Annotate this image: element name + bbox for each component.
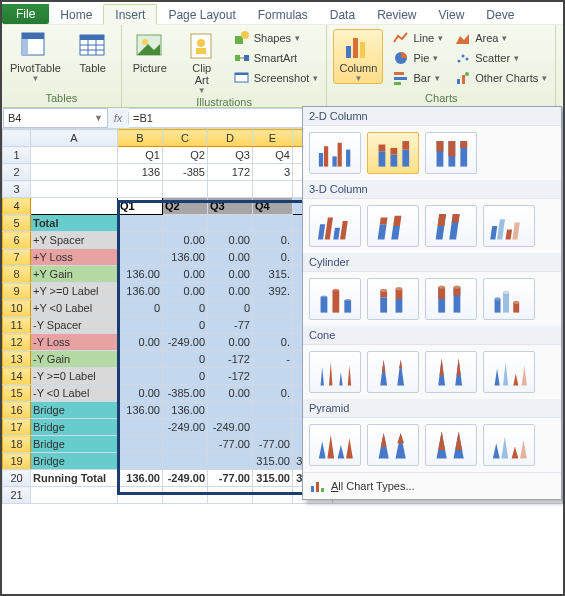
svg-rect-128 (311, 486, 314, 492)
row-header-10[interactable]: 10 (3, 300, 31, 317)
tab-insert[interactable]: Insert (103, 4, 157, 25)
row-header-11[interactable]: 11 (3, 317, 31, 334)
row-header-20[interactable]: 20 (3, 470, 31, 487)
row-header-3[interactable]: 3 (3, 181, 31, 198)
svg-marker-110 (513, 374, 518, 386)
name-box[interactable]: B4▼ (3, 108, 108, 128)
picture-button[interactable]: Picture (128, 29, 172, 75)
column-chart-icon (342, 30, 374, 62)
svg-marker-103 (399, 360, 402, 369)
svg-marker-114 (338, 445, 345, 459)
row-header-8[interactable]: 8 (3, 266, 31, 283)
row-header-13[interactable]: 13 (3, 351, 31, 368)
chart-2d-stacked[interactable] (367, 132, 419, 174)
fx-icon[interactable]: fx (108, 112, 129, 124)
tab-deve[interactable]: Deve (475, 5, 525, 24)
shapes-button[interactable]: Shapes (232, 29, 321, 47)
svg-rect-16 (235, 55, 240, 61)
all-chart-types-button[interactable]: All Chart Types... (303, 472, 561, 499)
row-header-19[interactable]: 19 (3, 453, 31, 470)
pivottable-button[interactable]: PivotTable ▼ (8, 29, 63, 84)
table-button[interactable]: Table (71, 29, 115, 75)
screenshot-button[interactable]: Screenshot (232, 69, 321, 87)
svg-marker-123 (455, 431, 462, 450)
chart-2d-100stacked[interactable] (425, 132, 477, 174)
chart-pyr-clustered[interactable] (309, 424, 361, 466)
tab-file[interactable]: File (2, 4, 49, 24)
clipart-button[interactable]: ClipArt ▼ (180, 29, 224, 96)
col-header-A[interactable]: A (31, 130, 118, 147)
col-header-E[interactable]: E (253, 130, 293, 147)
svg-marker-119 (397, 433, 404, 443)
svg-rect-81 (396, 299, 403, 313)
column-chart-button[interactable]: Column ▼ (333, 29, 383, 84)
svg-rect-58 (333, 228, 340, 240)
pie-chart-button[interactable]: Pie (391, 49, 445, 67)
chart-cyl-100stacked[interactable] (425, 278, 477, 320)
svg-rect-69 (497, 219, 505, 239)
chart-3d-stacked[interactable] (367, 205, 419, 247)
chart-cone-clustered[interactable] (309, 351, 361, 393)
row-header-4[interactable]: 4 (3, 198, 31, 215)
row-header-7[interactable]: 7 (3, 249, 31, 266)
tab-home[interactable]: Home (49, 5, 103, 24)
row-header-12[interactable]: 12 (3, 334, 31, 351)
gallery-section-cone: Cone (303, 326, 561, 345)
svg-rect-22 (360, 42, 365, 58)
chart-2d-clustered[interactable] (309, 132, 361, 174)
chart-cone-stacked[interactable] (367, 351, 419, 393)
col-header-B[interactable]: B (118, 130, 163, 147)
col-header-C[interactable]: C (163, 130, 208, 147)
bar-chart-button[interactable]: Bar (391, 69, 445, 87)
svg-marker-121 (438, 431, 445, 450)
chart-cone-3d[interactable] (483, 351, 535, 393)
area-chart-button[interactable]: Area (453, 29, 549, 47)
svg-rect-57 (325, 218, 333, 240)
tab-view[interactable]: View (428, 5, 476, 24)
svg-point-86 (438, 285, 445, 288)
row-header-16[interactable]: 16 (3, 402, 31, 419)
tab-review[interactable]: Review (366, 5, 427, 24)
picture-label: Picture (133, 62, 167, 74)
row-header-6[interactable]: 6 (3, 232, 31, 249)
row-header-14[interactable]: 14 (3, 368, 31, 385)
group-tables: PivotTable ▼ Table Tables (2, 25, 122, 107)
chart-cone-100stacked[interactable] (425, 351, 477, 393)
svg-rect-44 (379, 151, 386, 166)
chart-3d-clustered[interactable] (309, 205, 361, 247)
chart-cyl-3d[interactable] (483, 278, 535, 320)
table-label: Table (80, 62, 106, 74)
row-header-21[interactable]: 21 (3, 487, 31, 504)
row-header-2[interactable]: 2 (3, 164, 31, 181)
other-charts-button[interactable]: Other Charts (453, 69, 549, 87)
smartart-button[interactable]: SmartArt (232, 49, 321, 67)
svg-point-29 (466, 58, 469, 61)
row-header-17[interactable]: 17 (3, 419, 31, 436)
ribbon-tabs: File Home Insert Page Layout Formulas Da… (2, 2, 563, 25)
tab-page-layout[interactable]: Page Layout (157, 5, 246, 24)
group-charts-label: Charts (333, 92, 549, 106)
col-header-D[interactable]: D (208, 130, 253, 147)
chart-pyr-stacked[interactable] (367, 424, 419, 466)
svg-point-32 (465, 72, 469, 76)
tab-formulas[interactable]: Formulas (247, 5, 319, 24)
svg-rect-48 (402, 150, 409, 167)
row-header-9[interactable]: 9 (3, 283, 31, 300)
svg-rect-60 (378, 224, 387, 239)
row-header-1[interactable]: 1 (3, 147, 31, 164)
scatter-chart-button[interactable]: Scatter (453, 49, 549, 67)
chart-3d-column[interactable] (483, 205, 535, 247)
chart-3d-100stacked[interactable] (425, 205, 477, 247)
chart-pyr-3d[interactable] (483, 424, 535, 466)
line-chart-button[interactable]: Line (391, 29, 445, 47)
select-all-corner[interactable] (3, 130, 31, 147)
chart-pyr-100stacked[interactable] (425, 424, 477, 466)
chart-cyl-stacked[interactable] (367, 278, 419, 320)
chart-cyl-clustered[interactable] (309, 278, 361, 320)
svg-rect-55 (460, 141, 467, 148)
svg-rect-67 (452, 214, 460, 223)
row-header-5[interactable]: 5 (3, 215, 31, 232)
tab-data[interactable]: Data (319, 5, 366, 24)
row-header-15[interactable]: 15 (3, 385, 31, 402)
row-header-18[interactable]: 18 (3, 436, 31, 453)
